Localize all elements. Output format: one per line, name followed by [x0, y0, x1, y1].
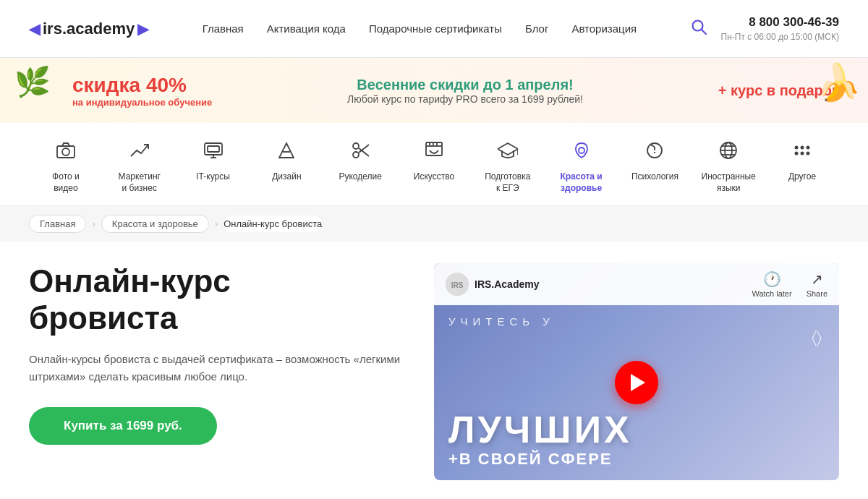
cat-beauty[interactable]: Красота издоровье — [549, 140, 614, 194]
cat-photo-video[interactable]: Фото ивидео — [33, 140, 98, 194]
video-channel: IRS IRS.Academy — [446, 273, 539, 296]
breadcrumb-home[interactable]: Главная — [29, 215, 86, 233]
video-block: IRS IRS.Academy 🕐 Watch later ↗ Share — [434, 263, 839, 480]
svg-point-9 — [353, 152, 359, 158]
breadcrumb-bar: Главная › Красота и здоровье › Онлайн-ку… — [0, 206, 868, 242]
banner-sale-desc: на индивидуальное обучение — [72, 97, 212, 108]
nav-auth[interactable]: Авторизация — [571, 22, 637, 35]
cat-languages[interactable]: Иностранныеязыки — [696, 140, 761, 194]
main-content: Онлайн-курсбровиста Онлайн-курсы бровист… — [0, 242, 868, 499]
cat-label-handmade: Рукоделие — [339, 171, 381, 183]
promo-banner[interactable]: 🌿 скидка 40% на индивидуальное обучение … — [0, 58, 868, 123]
svg-point-34 — [795, 152, 799, 155]
buy-button[interactable]: Купить за 1699 руб. — [29, 407, 217, 445]
cat-label-beauty: Красота издоровье — [560, 171, 602, 194]
video-learn-text: УЧИТЕСЬ У — [448, 315, 555, 328]
categories-bar: Фото ивидео Маркетинги бизнес IT-курсы — [0, 123, 868, 206]
cat-marketing[interactable]: Маркетинги бизнес — [107, 140, 172, 194]
search-button[interactable] — [691, 19, 707, 39]
breadcrumb: Главная › Красота и здоровье › Онлайн-ку… — [29, 215, 839, 233]
svg-line-25 — [650, 145, 655, 147]
cat-art[interactable]: Искусство — [401, 140, 467, 183]
cat-it[interactable]: IT-курсы — [181, 140, 246, 183]
graduation-icon — [498, 140, 518, 166]
breadcrumb-sep-1: › — [92, 218, 95, 229]
cat-other[interactable]: Другое — [770, 140, 835, 183]
banner-emoji-right: 🍌 — [816, 61, 861, 103]
cat-label-design: Дизайн — [272, 171, 301, 183]
cat-ege[interactable]: Подготовкак ЕГЭ — [475, 140, 540, 194]
header-right: 8 800 300-46-39 Пн-Пт с 06:00 до 15:00 (… — [691, 14, 839, 43]
video-top-bar: IRS IRS.Academy 🕐 Watch later ↗ Share — [434, 263, 839, 305]
nav-activation[interactable]: Активация кода — [267, 22, 346, 35]
svg-line-12 — [359, 148, 369, 156]
phone-hours: Пн-Пт с 06:00 до 15:00 (МСК) — [721, 31, 839, 43]
cat-label-other: Другое — [788, 171, 816, 183]
banner-sale: скидка 40% на индивидуальное обучение — [72, 74, 212, 108]
cat-psychology[interactable]: Психология — [622, 140, 687, 183]
banner-emoji-left: 🌿 — [14, 65, 51, 99]
clock-icon: 🕐 — [763, 270, 781, 288]
cat-label-it: IT-курсы — [196, 171, 230, 183]
cat-handmade[interactable]: Рукоделие — [328, 140, 393, 183]
cat-label-languages: Иностранныеязыки — [702, 171, 756, 194]
banner-subtitle: Любой курс по тарифу PRO всего за 1699 р… — [212, 93, 718, 105]
art-icon — [424, 140, 444, 166]
breadcrumb-sep-2: › — [215, 218, 218, 229]
watch-later-label: Watch later — [752, 289, 791, 298]
svg-point-31 — [795, 146, 799, 150]
cat-label-photo-video: Фото ивидео — [52, 171, 80, 194]
banner-center: Весенние скидки до 1 апреля! Любой курс … — [212, 77, 718, 105]
video-player[interactable]: IRS IRS.Academy 🕐 Watch later ↗ Share — [434, 263, 839, 480]
course-info: Онлайн-курсбровиста Онлайн-курсы бровист… — [29, 263, 405, 445]
svg-point-3 — [62, 148, 69, 155]
svg-marker-18 — [498, 143, 518, 155]
share-label: Share — [807, 289, 827, 298]
svg-line-1 — [702, 30, 706, 34]
camera-icon — [56, 140, 76, 166]
cat-label-art: Искусство — [414, 171, 454, 183]
course-title: Онлайн-курсбровиста — [29, 263, 405, 336]
breadcrumb-beauty[interactable]: Красота и здоровье — [101, 215, 209, 233]
monitor-icon — [203, 140, 224, 166]
play-button[interactable] — [615, 361, 658, 404]
logo[interactable]: ◀ irs.academy ▶ — [29, 20, 148, 38]
video-sub-text: +В СВОЕЙ СФЕРЕ — [448, 450, 825, 469]
nav-home[interactable]: Главная — [203, 22, 244, 35]
svg-point-36 — [807, 152, 810, 155]
psychology-icon — [644, 140, 665, 166]
phone-number: 8 800 300-46-39 — [721, 14, 839, 31]
video-code-decoration: 〈〉 — [812, 328, 822, 347]
nav-gift[interactable]: Подарочные сертификаты — [369, 22, 502, 35]
cat-label-ege: Подготовкак ЕГЭ — [485, 171, 530, 194]
chart-icon — [129, 140, 150, 166]
main-nav: Главная Активация кода Подарочные сертиф… — [203, 22, 637, 35]
nav-blog[interactable]: Блог — [525, 22, 548, 35]
logo-text: irs.academy — [43, 20, 135, 38]
cat-label-marketing: Маркетинги бизнес — [119, 171, 161, 194]
video-channel-name: IRS.Academy — [475, 278, 539, 290]
svg-line-11 — [359, 145, 369, 153]
course-description: Онлайн-курсы бровиста с выдачей сертифик… — [29, 351, 405, 385]
svg-point-35 — [801, 152, 804, 155]
svg-point-20 — [579, 148, 584, 153]
video-avatar: IRS — [446, 273, 469, 296]
other-icon — [792, 140, 812, 166]
svg-point-32 — [801, 146, 804, 150]
languages-icon — [718, 140, 739, 166]
logo-right-arrow: ▶ — [137, 20, 148, 38]
design-icon — [276, 140, 297, 166]
breadcrumb-current: Онлайн-курс бровиста — [224, 216, 322, 232]
cat-design[interactable]: Дизайн — [254, 140, 319, 183]
watch-later-button[interactable]: 🕐 Watch later — [752, 270, 791, 298]
cat-label-psychology: Психология — [631, 171, 678, 183]
logo-left-arrow: ◀ — [29, 20, 40, 38]
header: ◀ irs.academy ▶ Главная Активация кода П… — [0, 0, 868, 58]
svg-point-33 — [807, 146, 810, 150]
share-button[interactable]: ↗ Share — [807, 270, 827, 298]
svg-rect-5 — [208, 146, 219, 152]
video-luchshikh: ЛУЧШИХ — [448, 411, 825, 448]
svg-point-10 — [353, 143, 359, 149]
phone-block: 8 800 300-46-39 Пн-Пт с 06:00 до 15:00 (… — [721, 14, 839, 43]
banner-title: Весенние скидки до 1 апреля! — [212, 77, 718, 93]
